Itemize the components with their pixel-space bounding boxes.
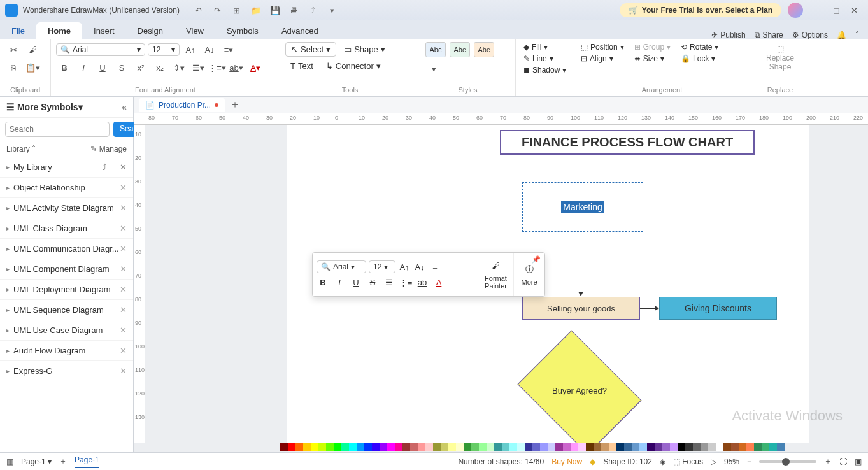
- undo-icon[interactable]: ↶: [192, 4, 205, 17]
- library-item[interactable]: ▸UML Component Diagram✕: [0, 259, 133, 280]
- focus-toggle[interactable]: ⬚ Focus: [673, 457, 703, 466]
- close-button[interactable]: ✕: [845, 1, 863, 19]
- library-item[interactable]: ▸UML Activity State Diagram✕: [0, 198, 133, 218]
- minimize-button[interactable]: —: [809, 1, 827, 19]
- library-item[interactable]: ▸Express-G✕: [0, 361, 133, 381]
- mini-highlight-icon[interactable]: ab: [416, 276, 429, 288]
- qat-more-icon[interactable]: ▾: [326, 4, 339, 17]
- page-selector[interactable]: Page-1 ▾: [21, 457, 52, 466]
- font-size-combo[interactable]: 12▾: [148, 43, 180, 56]
- font-name-combo[interactable]: 🔍 Arial▾: [56, 43, 145, 56]
- marketing-box[interactable]: Marketing: [522, 182, 643, 232]
- copy-icon[interactable]: ⎘: [5, 60, 22, 75]
- user-avatar[interactable]: [788, 3, 803, 18]
- text-tool[interactable]: T Text: [285, 59, 318, 73]
- zoom-in-button[interactable]: ＋: [824, 456, 832, 467]
- fill-menu[interactable]: ◆ Fill▾: [521, 42, 567, 52]
- menu-file[interactable]: File: [0, 22, 36, 39]
- bullet-list-icon[interactable]: ⋮≡▾: [209, 60, 225, 75]
- font-color-icon[interactable]: A▾: [247, 60, 264, 75]
- library-item[interactable]: ▸UML Use Case Diagram✕: [0, 320, 133, 341]
- number-list-icon[interactable]: ☰▾: [190, 60, 206, 75]
- sidebar-title[interactable]: More Symbols: [17, 102, 78, 112]
- notifications-icon[interactable]: 🔔: [837, 31, 846, 39]
- discounts-box[interactable]: Giving Discounts: [659, 297, 777, 320]
- share-button[interactable]: ⧉ Share: [755, 31, 783, 39]
- lock-menu[interactable]: 🔒 Lock▾: [678, 53, 721, 64]
- library-item[interactable]: ▸UML Sequence Diagram✕: [0, 300, 133, 320]
- bold-icon[interactable]: B: [56, 60, 73, 75]
- highlight-icon[interactable]: ab▾: [228, 60, 245, 75]
- library-item[interactable]: ▸UML Deployment Diagram✕: [0, 280, 133, 300]
- zoom-out-button[interactable]: −: [747, 457, 751, 466]
- shadow-menu[interactable]: ◼ Shadow▾: [521, 65, 567, 75]
- buy-now-link[interactable]: Buy Now: [551, 457, 582, 466]
- add-tab-button[interactable]: ＋: [230, 98, 240, 111]
- format-painter-icon[interactable]: 🖌: [24, 42, 41, 57]
- menu-view[interactable]: View: [174, 22, 215, 39]
- underline-icon[interactable]: U: [94, 60, 111, 75]
- subscript-icon[interactable]: x₂: [152, 60, 168, 75]
- open-icon[interactable]: 📁: [250, 4, 262, 17]
- pages-icon[interactable]: ▥: [6, 457, 13, 466]
- menu-symbols[interactable]: Symbols: [215, 22, 270, 39]
- chart-title-box[interactable]: FINANCE PROCESS FLOW CHART: [500, 130, 755, 155]
- canvas[interactable]: 102030405060708090100110120130 FINANCE P…: [134, 125, 868, 443]
- style-swatch-1[interactable]: Abc: [425, 42, 446, 57]
- fit-page-icon[interactable]: ⛶: [839, 457, 847, 466]
- rotate-menu[interactable]: ⟲ Rotate▾: [678, 42, 721, 52]
- buyer-decision[interactable]: Buyer Agreed?: [541, 354, 618, 431]
- shape-tool[interactable]: ▭ Shape ▾: [339, 43, 390, 56]
- mini-italic-icon[interactable]: I: [333, 276, 346, 288]
- page-tab[interactable]: Page-1: [75, 455, 99, 468]
- library-item[interactable]: ▸Object Relationship✕: [0, 178, 133, 198]
- menu-insert[interactable]: Insert: [82, 22, 126, 39]
- mini-bullist-icon[interactable]: ⋮≡: [399, 276, 412, 288]
- manage-button[interactable]: ✎ Manage: [90, 145, 127, 153]
- print-icon[interactable]: 🖶: [288, 4, 301, 17]
- library-item[interactable]: ▸Audit Flow Diagram✕: [0, 341, 133, 361]
- menu-home[interactable]: Home: [36, 22, 82, 39]
- mini-more-icon[interactable]: ⓘ: [523, 263, 536, 276]
- zoom-slider[interactable]: [759, 460, 816, 463]
- new-icon[interactable]: ⊞: [231, 4, 243, 17]
- trial-banner[interactable]: Your Free Trial is over. Select a Plan: [620, 3, 781, 17]
- menu-advanced[interactable]: Advanced: [270, 22, 330, 39]
- mini-toolbar[interactable]: 🔍Arial▾ 12▾ A↑ A↓ ≡ B I U S ☰ ⋮≡ ab: [312, 252, 545, 297]
- mini-underline-icon[interactable]: U: [350, 276, 362, 288]
- select-tool[interactable]: ↖ Select ▾: [285, 42, 336, 57]
- mini-format-painter-icon[interactable]: 🖌: [490, 259, 502, 272]
- pin-icon[interactable]: 📌: [532, 255, 541, 264]
- ribbon-collapse-icon[interactable]: ˄: [855, 31, 859, 39]
- cut-icon[interactable]: ✂: [5, 42, 22, 57]
- mini-shrink-font-icon[interactable]: A↓: [413, 260, 426, 273]
- library-label[interactable]: Library ˄: [6, 145, 36, 153]
- export-icon[interactable]: ⤴: [307, 4, 320, 17]
- mini-size-combo[interactable]: 12▾: [369, 260, 395, 273]
- styles-more-icon[interactable]: ▾: [425, 61, 442, 76]
- italic-icon[interactable]: I: [75, 60, 92, 75]
- library-item[interactable]: ▸My Library⤴ ＋ ✕: [0, 157, 133, 178]
- mini-bold-icon[interactable]: B: [317, 276, 329, 288]
- mini-grow-font-icon[interactable]: A↑: [398, 260, 411, 273]
- strike-icon[interactable]: S: [113, 60, 130, 75]
- group-menu[interactable]: ⊞ Group▾: [632, 42, 673, 52]
- redo-icon[interactable]: ↷: [211, 4, 224, 17]
- position-menu[interactable]: ⬚ Position▾: [578, 42, 627, 52]
- line-menu[interactable]: ✎ Line▾: [521, 53, 567, 64]
- options-button[interactable]: ⚙ Options: [792, 31, 828, 39]
- library-item[interactable]: ▸UML Class Diagram✕: [0, 218, 133, 239]
- save-icon[interactable]: 💾: [269, 4, 281, 17]
- line-spacing-icon[interactable]: ⇕▾: [171, 60, 187, 75]
- publish-button[interactable]: ✈ Publish: [711, 31, 745, 39]
- align-menu-icon[interactable]: ≡▾: [220, 42, 237, 57]
- connector-tool[interactable]: ↳ Connector ▾: [321, 59, 386, 73]
- menu-design[interactable]: Design: [126, 22, 174, 39]
- size-menu[interactable]: ⬌ Size▾: [632, 53, 673, 64]
- mini-font-combo[interactable]: 🔍Arial▾: [317, 260, 366, 273]
- replace-shape-button[interactable]: ⬚ Replace Shape: [757, 42, 804, 74]
- grow-font-icon[interactable]: A↑: [182, 42, 199, 57]
- mini-strike-icon[interactable]: S: [366, 276, 379, 288]
- fullscreen-icon[interactable]: ▣: [855, 457, 862, 466]
- superscript-icon[interactable]: x²: [132, 60, 149, 75]
